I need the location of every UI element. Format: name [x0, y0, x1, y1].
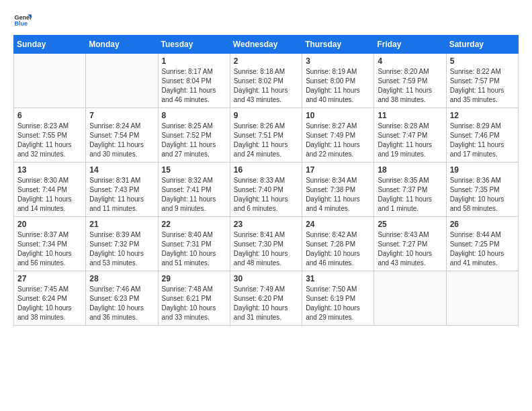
svg-text:Blue: Blue	[14, 20, 28, 27]
day-info: Sunrise: 7:50 AM Sunset: 6:19 PM Dayligh…	[306, 285, 370, 322]
day-number: 14	[89, 165, 154, 175]
calendar-cell: 29Sunrise: 7:48 AM Sunset: 6:21 PM Dayli…	[158, 271, 230, 326]
day-number: 9	[234, 111, 298, 120]
day-info: Sunrise: 8:17 AM Sunset: 8:04 PM Dayligh…	[162, 67, 226, 105]
day-info: Sunrise: 8:36 AM Sunset: 7:35 PM Dayligh…	[450, 176, 515, 214]
day-number: 24	[306, 220, 370, 229]
day-info: Sunrise: 7:49 AM Sunset: 6:20 PM Dayligh…	[234, 285, 298, 322]
day-number: 2	[234, 56, 298, 66]
day-info: Sunrise: 8:37 AM Sunset: 7:34 PM Dayligh…	[17, 230, 82, 268]
weekday-header: Thursday	[302, 36, 374, 54]
calendar-cell: 12Sunrise: 8:29 AM Sunset: 7:46 PM Dayli…	[446, 108, 518, 163]
calendar-week-row: 1Sunrise: 8:17 AM Sunset: 8:04 PM Daylig…	[14, 54, 519, 108]
day-number: 22	[162, 220, 226, 229]
calendar-cell: 22Sunrise: 8:40 AM Sunset: 7:31 PM Dayli…	[158, 217, 230, 271]
calendar-cell: 3Sunrise: 8:19 AM Sunset: 8:00 PM Daylig…	[302, 54, 374, 108]
day-number: 18	[378, 165, 442, 175]
weekday-header: Sunday	[14, 36, 86, 54]
calendar-cell: 6Sunrise: 8:23 AM Sunset: 7:55 PM Daylig…	[14, 108, 86, 163]
day-info: Sunrise: 8:19 AM Sunset: 8:00 PM Dayligh…	[306, 67, 370, 105]
calendar-cell: 1Sunrise: 8:17 AM Sunset: 8:04 PM Daylig…	[158, 54, 230, 108]
calendar-week-row: 20Sunrise: 8:37 AM Sunset: 7:34 PM Dayli…	[14, 217, 519, 271]
calendar-cell: 8Sunrise: 8:25 AM Sunset: 7:52 PM Daylig…	[158, 108, 230, 163]
calendar-cell: 16Sunrise: 8:33 AM Sunset: 7:40 PM Dayli…	[230, 163, 302, 217]
calendar-cell: 26Sunrise: 8:44 AM Sunset: 7:25 PM Dayli…	[446, 217, 518, 271]
day-info: Sunrise: 8:43 AM Sunset: 7:27 PM Dayligh…	[378, 230, 442, 268]
day-info: Sunrise: 8:30 AM Sunset: 7:44 PM Dayligh…	[17, 176, 82, 214]
calendar-cell: 30Sunrise: 7:49 AM Sunset: 6:20 PM Dayli…	[230, 271, 302, 326]
day-number: 11	[378, 111, 442, 120]
page-header: General Blue	[13, 11, 519, 30]
calendar-cell: 11Sunrise: 8:28 AM Sunset: 7:47 PM Dayli…	[374, 108, 446, 163]
day-number: 4	[378, 56, 442, 66]
calendar-cell: 4Sunrise: 8:20 AM Sunset: 7:59 PM Daylig…	[374, 54, 446, 108]
day-number: 10	[306, 111, 370, 120]
day-info: Sunrise: 8:33 AM Sunset: 7:40 PM Dayligh…	[234, 176, 298, 214]
day-info: Sunrise: 8:42 AM Sunset: 7:28 PM Dayligh…	[306, 230, 370, 268]
calendar-cell: 5Sunrise: 8:22 AM Sunset: 7:57 PM Daylig…	[446, 54, 518, 108]
calendar-cell: 10Sunrise: 8:27 AM Sunset: 7:49 PM Dayli…	[302, 108, 374, 163]
calendar-week-row: 13Sunrise: 8:30 AM Sunset: 7:44 PM Dayli…	[14, 163, 519, 217]
day-number: 8	[162, 111, 226, 120]
day-number: 31	[306, 274, 370, 283]
day-info: Sunrise: 8:41 AM Sunset: 7:30 PM Dayligh…	[234, 230, 298, 268]
day-info: Sunrise: 8:34 AM Sunset: 7:38 PM Dayligh…	[306, 176, 370, 214]
day-info: Sunrise: 7:48 AM Sunset: 6:21 PM Dayligh…	[162, 285, 226, 322]
day-number: 12	[450, 111, 515, 120]
day-info: Sunrise: 8:35 AM Sunset: 7:37 PM Dayligh…	[378, 176, 442, 214]
calendar-cell	[14, 54, 86, 108]
day-number: 1	[162, 56, 226, 66]
calendar-header-row: SundayMondayTuesdayWednesdayThursdayFrid…	[14, 36, 519, 54]
day-number: 25	[378, 220, 442, 229]
weekday-header: Monday	[86, 36, 158, 54]
day-info: Sunrise: 8:31 AM Sunset: 7:43 PM Dayligh…	[89, 176, 154, 214]
day-info: Sunrise: 8:28 AM Sunset: 7:47 PM Dayligh…	[378, 122, 442, 159]
day-number: 13	[17, 165, 82, 175]
day-info: Sunrise: 8:18 AM Sunset: 8:02 PM Dayligh…	[234, 67, 298, 105]
day-number: 3	[306, 56, 370, 66]
weekday-header: Saturday	[446, 36, 518, 54]
calendar-cell: 18Sunrise: 8:35 AM Sunset: 7:37 PM Dayli…	[374, 163, 446, 217]
calendar-cell: 21Sunrise: 8:39 AM Sunset: 7:32 PM Dayli…	[86, 217, 158, 271]
day-number: 20	[17, 220, 82, 229]
calendar-cell: 19Sunrise: 8:36 AM Sunset: 7:35 PM Dayli…	[446, 163, 518, 217]
calendar-cell	[374, 271, 446, 326]
day-number: 23	[234, 220, 298, 229]
day-info: Sunrise: 8:26 AM Sunset: 7:51 PM Dayligh…	[234, 122, 298, 159]
logo: General Blue	[13, 11, 32, 30]
day-info: Sunrise: 8:23 AM Sunset: 7:55 PM Dayligh…	[17, 122, 82, 159]
calendar-cell	[446, 271, 518, 326]
calendar-cell: 25Sunrise: 8:43 AM Sunset: 7:27 PM Dayli…	[374, 217, 446, 271]
calendar-cell: 27Sunrise: 7:45 AM Sunset: 6:24 PM Dayli…	[14, 271, 86, 326]
calendar-cell: 31Sunrise: 7:50 AM Sunset: 6:19 PM Dayli…	[302, 271, 374, 326]
day-number: 7	[89, 111, 154, 120]
weekday-header: Friday	[374, 36, 446, 54]
day-number: 5	[450, 56, 515, 66]
day-number: 17	[306, 165, 370, 175]
day-info: Sunrise: 8:20 AM Sunset: 7:59 PM Dayligh…	[378, 67, 442, 105]
day-number: 29	[162, 274, 226, 283]
logo-icon: General Blue	[13, 11, 32, 30]
day-info: Sunrise: 8:24 AM Sunset: 7:54 PM Dayligh…	[89, 122, 154, 159]
calendar-cell: 13Sunrise: 8:30 AM Sunset: 7:44 PM Dayli…	[14, 163, 86, 217]
day-info: Sunrise: 8:40 AM Sunset: 7:31 PM Dayligh…	[162, 230, 226, 268]
calendar-cell: 15Sunrise: 8:32 AM Sunset: 7:41 PM Dayli…	[158, 163, 230, 217]
calendar-cell	[86, 54, 158, 108]
calendar-week-row: 27Sunrise: 7:45 AM Sunset: 6:24 PM Dayli…	[14, 271, 519, 326]
day-number: 26	[450, 220, 515, 229]
day-number: 19	[450, 165, 515, 175]
day-info: Sunrise: 8:32 AM Sunset: 7:41 PM Dayligh…	[162, 176, 226, 214]
weekday-header: Tuesday	[158, 36, 230, 54]
day-number: 28	[89, 274, 154, 283]
calendar-cell: 2Sunrise: 8:18 AM Sunset: 8:02 PM Daylig…	[230, 54, 302, 108]
day-info: Sunrise: 8:29 AM Sunset: 7:46 PM Dayligh…	[450, 122, 515, 159]
day-number: 6	[17, 111, 82, 120]
day-number: 16	[234, 165, 298, 175]
calendar-cell: 14Sunrise: 8:31 AM Sunset: 7:43 PM Dayli…	[86, 163, 158, 217]
weekday-header: Wednesday	[230, 36, 302, 54]
calendar-cell: 23Sunrise: 8:41 AM Sunset: 7:30 PM Dayli…	[230, 217, 302, 271]
day-info: Sunrise: 8:25 AM Sunset: 7:52 PM Dayligh…	[162, 122, 226, 159]
calendar-cell: 28Sunrise: 7:46 AM Sunset: 6:23 PM Dayli…	[86, 271, 158, 326]
calendar-table: SundayMondayTuesdayWednesdayThursdayFrid…	[13, 35, 519, 326]
day-number: 30	[234, 274, 298, 283]
